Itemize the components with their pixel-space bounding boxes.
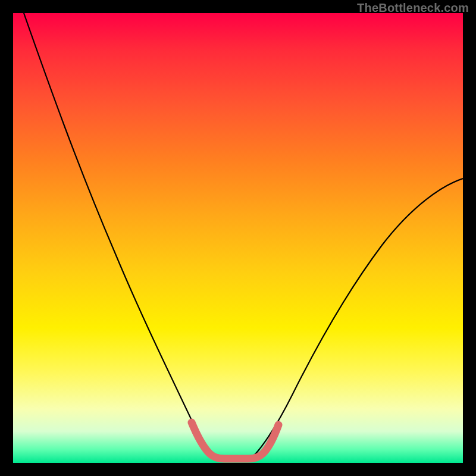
left-curve	[24, 13, 214, 458]
chart-frame: TheBottleneck.com	[0, 0, 476, 476]
curve-layer	[13, 13, 463, 463]
watermark-text: TheBottleneck.com	[357, 1, 469, 15]
plot-area	[13, 13, 463, 463]
right-curve	[251, 178, 463, 458]
